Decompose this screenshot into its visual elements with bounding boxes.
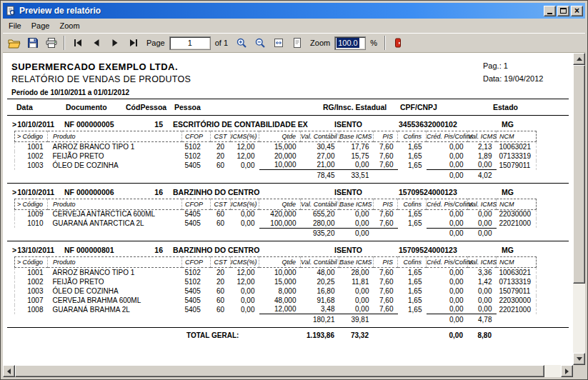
detail-cell: 1007 (15, 296, 48, 305)
detail-col-header: NCM (497, 199, 537, 209)
menu-page[interactable]: Page (26, 20, 55, 31)
detail-cell: 30,45 (301, 142, 339, 151)
total-val-icms: 8,80 (467, 329, 496, 342)
detail-cell: 1003 (15, 161, 48, 170)
scrollbar-corner (573, 365, 585, 377)
detail-cell: 20 (211, 277, 231, 286)
print-button[interactable] (42, 34, 60, 51)
printer-icon (45, 37, 58, 49)
detail-row: 1002FEIJÃO PRETO51022012,0020,00027,0015… (15, 151, 537, 161)
previous-page-button[interactable] (87, 34, 105, 51)
subtotal-val-icms: 4,02 (468, 170, 497, 181)
page-width-button[interactable] (269, 34, 287, 51)
next-page-button[interactable] (106, 34, 124, 51)
scroll-left-button[interactable] (3, 365, 15, 377)
vertical-scroll-thumb[interactable] (573, 65, 585, 284)
detail-cell: 0,00 (427, 209, 468, 219)
maximize-button[interactable] (557, 6, 569, 16)
detail-cell: 1009 (15, 209, 48, 219)
detail-cell: 07133319 (497, 151, 537, 161)
detail-col-header: Val. ICMS (468, 199, 497, 209)
subtotal-row: 180,2139,810,004,78 (15, 314, 537, 325)
total-cell (373, 329, 397, 342)
detail-col-header: Créd. Pis/Cofins (427, 257, 468, 268)
whole-page-button[interactable] (288, 34, 306, 51)
zoom-out-button[interactable] (251, 34, 269, 51)
detail-cell: 1,65 (398, 219, 427, 228)
subtotal-cred-pis-cofins: 0,00 (427, 228, 468, 239)
detail-cell: 1,65 (398, 268, 427, 277)
horizontal-scrollbar[interactable] (3, 365, 573, 377)
detail-cell: 0,00 (231, 305, 259, 314)
subtotal-cell (15, 170, 48, 181)
scroll-down-button[interactable] (573, 353, 585, 365)
detail-col-header: Qtde (259, 199, 301, 209)
detail-cell: 27,00 (301, 151, 339, 161)
previous-page-icon (91, 37, 102, 49)
next-page-icon (109, 37, 121, 49)
zoom-in-button[interactable] (232, 34, 250, 51)
minimize-button[interactable] (544, 6, 556, 16)
scroll-right-button[interactable] (561, 365, 573, 377)
detail-cell: 0,00 (339, 209, 374, 219)
detail-cell: 7,60 (374, 209, 398, 219)
detail-cell: 0,00 (468, 219, 497, 228)
subtotal-val-contabil: 78,45 (301, 170, 339, 181)
detail-cell: 7,60 (374, 161, 398, 170)
detail-marker: > (17, 133, 21, 140)
detail-cell: 0,00 (427, 286, 468, 296)
total-row: TOTAL GERAL:1.193,8673,320,008,80 (14, 329, 536, 342)
title-bar[interactable]: Preview de relatório × (3, 3, 585, 19)
detail-cell: 22021000 (497, 305, 537, 314)
subtotal-cell (497, 228, 537, 239)
subtotal-cell (374, 228, 398, 239)
report-period: Período de 10/10/2011 a 01/01/2012 (11, 89, 573, 96)
menu-file[interactable]: File (4, 20, 26, 31)
close-button[interactable]: × (571, 6, 583, 16)
subtotal-row: 78,4533,510,004,02 (15, 170, 537, 181)
group-rg-insc: ISENTO (320, 120, 399, 129)
detail-col-header: CFOP (182, 257, 211, 268)
subtotal-base-icms: 39,81 (339, 314, 374, 325)
detail-cell: 60 (211, 209, 231, 219)
group-estado: MG (492, 246, 569, 254)
detail-cell: 2,13 (468, 142, 497, 151)
detail-cell: 0,00 (427, 305, 468, 314)
group-rg-insc: ISENTO (320, 246, 399, 254)
detail-cell: 7,60 (374, 286, 398, 296)
total-table: TOTAL GERAL:1.193,8673,320,008,80 (14, 329, 536, 342)
open-button[interactable] (5, 34, 23, 51)
detail-col-header: Val. Contábil (301, 131, 339, 142)
exit-button[interactable] (389, 34, 407, 51)
save-button[interactable] (24, 34, 41, 51)
scroll-up-button[interactable] (573, 53, 585, 65)
detail-cell: 60 (211, 296, 231, 305)
detail-col-header: >Código (15, 257, 48, 268)
detail-cell: 7,60 (374, 219, 398, 228)
detail-col-header: PIS (374, 199, 398, 209)
zoom-input[interactable]: 100.0 (334, 36, 366, 50)
detail-col-header: ICMS(%) (231, 131, 259, 142)
detail-cell: 0,00 (231, 296, 259, 305)
detail-col-header: Créd. Pis/Cofins (427, 131, 468, 142)
detail-cell: 0,00 (231, 219, 259, 228)
detail-cell: 12,000 (259, 305, 301, 314)
detail-cell: 1,65 (398, 286, 427, 296)
detail-cell: 5405 (182, 305, 211, 314)
horizontal-scroll-thumb[interactable] (15, 365, 544, 377)
menu-zoom[interactable]: Zoom (54, 20, 84, 31)
vertical-scrollbar[interactable] (573, 53, 585, 365)
detail-cell: 5102 (182, 277, 211, 286)
detail-row: 1003ÓLEO DE COZINHA5405600,0010,00021,00… (15, 161, 537, 170)
page-width-icon (273, 37, 284, 49)
last-page-button[interactable] (124, 34, 142, 51)
detail-cell: 1010 (15, 219, 48, 228)
separator-line (7, 327, 569, 328)
group-marker: > (12, 246, 16, 254)
group-data: >10/10/2011 (7, 188, 64, 196)
group-estado: MG (492, 188, 569, 196)
page-input[interactable] (169, 36, 211, 50)
detail-cell: 12,00 (231, 142, 259, 151)
close-icon: × (574, 6, 579, 15)
first-page-button[interactable] (69, 34, 86, 51)
